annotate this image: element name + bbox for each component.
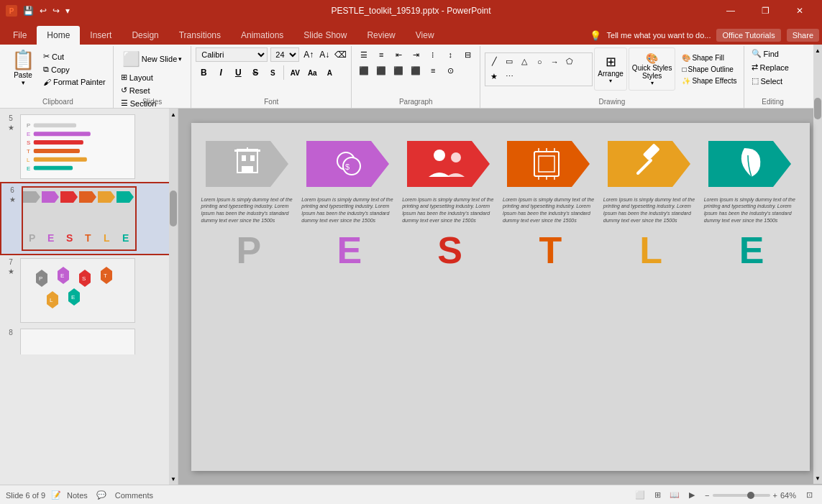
tab-view[interactable]: View [406, 26, 444, 45]
customize-qa-button[interactable]: ▾ [64, 4, 71, 17]
notes-icon[interactable]: 📝 [51, 490, 61, 500]
font-color-button[interactable]: A [321, 65, 337, 81]
change-case-button[interactable]: Aa [304, 65, 320, 81]
zoom-level[interactable]: 64% [780, 491, 796, 500]
presenter-view-button[interactable]: ▶ [685, 488, 699, 503]
convert-to-smartart-button[interactable]: ⊙ [442, 63, 458, 78]
decrease-indent-button[interactable]: ⇤ [391, 47, 406, 62]
align-right-button[interactable]: ⬛ [391, 63, 406, 78]
shape-pentagon-button[interactable]: ⬠ [562, 55, 577, 69]
zoom-slider[interactable] [713, 494, 770, 497]
strikethrough-button[interactable]: S [247, 65, 263, 81]
svg-rect-41 [234, 150, 260, 152]
layout-button[interactable]: ⊞Layout [118, 71, 187, 83]
tell-me-icon[interactable]: 💡 [590, 30, 601, 41]
find-button[interactable]: 🔍Find [749, 47, 782, 60]
new-slide-button[interactable]: ⬜ New Slide ▾ [118, 47, 187, 70]
svg-text:S: S [66, 232, 73, 244]
shape-triangle-button[interactable]: △ [517, 55, 531, 69]
tab-animations[interactable]: Animations [231, 26, 293, 45]
font-size-select[interactable]: 24 [270, 47, 299, 62]
scroll-down-button[interactable]: ▼ [169, 473, 178, 485]
tab-insert[interactable]: Insert [80, 26, 122, 45]
numbered-list-button[interactable]: ≡ [373, 47, 389, 62]
panel-scrollbar[interactable]: ▲ ▼ [169, 109, 178, 485]
increase-indent-button[interactable]: ⇥ [408, 47, 424, 62]
undo-button[interactable]: ↩ [38, 4, 48, 17]
line-spacing-button[interactable]: ≡ [425, 63, 441, 78]
normal-view-button[interactable]: ⬜ [633, 488, 647, 503]
scroll-up-button[interactable]: ▲ [169, 109, 178, 120]
increase-font-button[interactable]: A↑ [302, 48, 315, 61]
share-button[interactable]: Share [787, 29, 819, 42]
redo-button[interactable]: ↪ [51, 4, 61, 17]
shape-more-button[interactable]: ⋯ [502, 70, 516, 84]
slide-sorter-button[interactable]: ⊞ [650, 488, 665, 503]
shape-effects-button[interactable]: ✨ Shape Effects [680, 76, 739, 86]
slide-thumb-6[interactable]: 6 ★ P E S T L E [0, 182, 178, 255]
canvas-area: ▲ ▼ [178, 109, 822, 485]
svg-rect-3 [34, 132, 91, 136]
notes-button[interactable]: Notes [67, 491, 88, 500]
shape-circle-button[interactable]: ○ [532, 55, 547, 69]
scroll-thumb[interactable] [170, 191, 177, 226]
tab-home[interactable]: Home [37, 26, 80, 45]
office-tutorials-button[interactable]: Office Tutorials [716, 29, 780, 42]
reset-button[interactable]: ↺Reset [118, 84, 187, 96]
select-button[interactable]: ⬚Select [749, 75, 786, 87]
comments-button[interactable]: Comments [115, 491, 153, 500]
smart-art-button[interactable]: ⊟ [460, 47, 475, 62]
shape-fill-button[interactable]: 🎨 Shape Fill [680, 53, 739, 63]
shape-outline-button[interactable]: □ Shape Outline [680, 65, 739, 74]
font-name-select[interactable]: Calibri [196, 47, 268, 62]
text-direction-button[interactable]: ↕ [442, 47, 458, 62]
justify-button[interactable]: ⬛ [408, 63, 424, 78]
columns-button[interactable]: ⫶ [425, 47, 441, 62]
comments-icon[interactable]: 💬 [93, 490, 109, 500]
zoom-in-button[interactable]: + [773, 491, 777, 500]
shape-rect-button[interactable]: ▭ [502, 55, 516, 69]
close-button[interactable]: ✕ [783, 0, 816, 22]
zoom-out-button[interactable]: − [705, 491, 709, 500]
restore-button[interactable]: ❐ [749, 0, 782, 22]
tab-file[interactable]: File [3, 26, 37, 45]
format-painter-button[interactable]: 🖌Format Painter [40, 76, 109, 88]
zoom-thumb[interactable] [747, 492, 754, 499]
shape-star-button[interactable]: ★ [487, 70, 501, 84]
bold-button[interactable]: B [196, 65, 211, 81]
char-spacing-button[interactable]: AV [287, 65, 303, 81]
canvas-scrollbar-v[interactable]: ▲ ▼ [813, 109, 822, 484]
tab-slideshow[interactable]: Slide Show [293, 26, 357, 45]
cut-button[interactable]: ✂Cut [40, 50, 109, 63]
minimize-button[interactable]: — [714, 0, 747, 22]
align-left-button[interactable]: ⬛ [356, 63, 372, 78]
canvas-scroll-down[interactable]: ▼ [813, 472, 822, 484]
shape-arrow-button[interactable]: → [547, 55, 562, 69]
arrange-button[interactable]: ⊞ Arrange ▾ [594, 47, 627, 91]
shadow-button[interactable]: S [265, 65, 280, 81]
quick-styles-button[interactable]: 🎨 Quick Styles Styles ▾ [629, 47, 676, 91]
slide-thumb-7[interactable]: 7 ★ P E S T L E [0, 255, 178, 326]
shape-line-button[interactable]: ╱ [487, 55, 501, 69]
paste-button[interactable]: 📋 Paste ▾ [7, 47, 39, 88]
tell-me-input[interactable]: Tell me what you want to do... [607, 31, 711, 40]
slide-panel[interactable]: 5 ★ P E S T L E [0, 109, 178, 485]
save-button[interactable]: 💾 [22, 4, 35, 17]
replace-button[interactable]: ⇄Replace [749, 61, 792, 73]
canvas-scroll-thumb[interactable] [814, 109, 821, 119]
fit-slide-button[interactable]: ⊡ [802, 488, 816, 503]
italic-button[interactable]: I [213, 65, 229, 81]
align-center-button[interactable]: ⬛ [373, 63, 389, 78]
reading-view-button[interactable]: 📖 [667, 488, 682, 503]
decrease-font-button[interactable]: A↓ [318, 48, 331, 61]
bullet-list-button[interactable]: ☰ [356, 47, 372, 62]
slide-thumb-8[interactable]: 8 [0, 326, 178, 354]
font-format-row: B I U S S AV Aa A [196, 65, 337, 81]
underline-button[interactable]: U [230, 65, 246, 81]
clear-format-button[interactable]: ⌫ [334, 48, 347, 61]
tab-transitions[interactable]: Transitions [169, 26, 231, 45]
tab-review[interactable]: Review [357, 26, 405, 45]
tab-design[interactable]: Design [122, 26, 168, 45]
slide-thumb-5[interactable]: 5 ★ P E S T L E [0, 111, 178, 182]
copy-button[interactable]: ⧉Copy [40, 63, 109, 75]
